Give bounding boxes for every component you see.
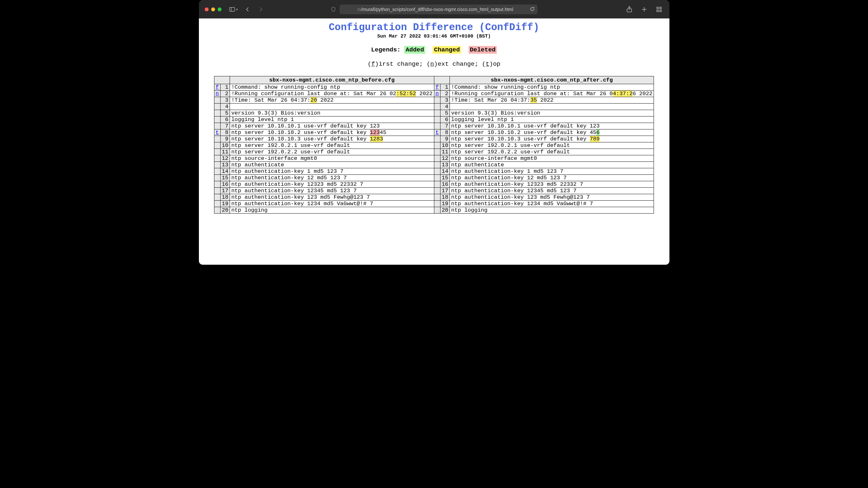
left-nav-link-cell	[214, 188, 220, 194]
right-nav-link-cell[interactable]: t	[434, 130, 440, 136]
right-nav-link-cell	[434, 116, 440, 123]
nav-top-key[interactable]: t	[486, 60, 489, 68]
right-line-content: logging level ntp 1	[450, 116, 654, 123]
sidebar-toggle-button[interactable]	[229, 5, 238, 14]
tab-overview-button[interactable]	[655, 5, 663, 14]
left-nav-link-cell	[214, 181, 220, 188]
svg-rect-6	[657, 7, 658, 9]
left-line-number: 12	[220, 155, 229, 162]
right-line-content: !Command: show running-config ntp	[450, 84, 654, 91]
legends-label: Legends:	[371, 46, 405, 53]
close-window-button[interactable]	[205, 7, 209, 11]
svg-rect-0	[229, 7, 235, 11]
minimize-window-button[interactable]	[211, 7, 215, 11]
left-line-content	[230, 104, 434, 110]
back-button[interactable]	[243, 5, 252, 14]
right-line-content: ntp authenticate	[450, 162, 654, 168]
window-controls	[205, 7, 225, 11]
left-line-content: ntp source-interface mgmt0	[230, 155, 434, 162]
right-nav-link-cell	[434, 123, 440, 130]
right-line-number: 7	[440, 123, 450, 130]
legend-added: Added	[404, 46, 425, 54]
table-row: 3!Time: Sat Mar 26 04:37:20 20223!Time: …	[214, 97, 654, 104]
svg-rect-7	[660, 7, 661, 9]
left-line-number: 17	[220, 188, 229, 194]
right-line-number: 4	[440, 104, 450, 110]
right-line-content: !Running configuration last done at: Sat…	[450, 91, 654, 97]
plus-icon	[641, 6, 647, 12]
url-faded-prefix: rs	[358, 7, 361, 12]
table-row: t8ntp server 10.10.10.2 use-vrf default …	[214, 130, 654, 136]
nav-next-key[interactable]: n	[430, 60, 434, 68]
right-line-number: 2	[440, 91, 450, 97]
right-line-content: ntp logging	[450, 207, 654, 213]
diff-nav-t-link[interactable]: t	[216, 130, 219, 136]
left-line-content: ntp authenticate	[230, 162, 434, 168]
table-row: f1!Command: show running-config ntpf1!Co…	[214, 84, 654, 91]
legend-changed: Changed	[433, 46, 461, 54]
diff-nav-t-link[interactable]: t	[436, 130, 439, 136]
right-nav-link-cell[interactable]: n	[434, 91, 440, 97]
right-line-number: 14	[440, 168, 450, 175]
left-line-number: 10	[220, 142, 229, 149]
left-line-content: ntp server 192.0.2.2 use-vrf default	[230, 149, 434, 155]
browser-toolbar: rs/murafi/python_scripts/conf_diff/sbx-n…	[199, 0, 670, 19]
table-row: 5version 9.3(3) Bios:version5version 9.3…	[214, 110, 654, 116]
address-bar[interactable]: rs/murafi/python_scripts/conf_diff/sbx-n…	[340, 4, 537, 14]
table-row: 11ntp server 192.0.2.2 use-vrf default11…	[214, 149, 654, 155]
diff-nav-f-link[interactable]: f	[436, 84, 439, 90]
diff-nav-n-link[interactable]: n	[436, 91, 439, 97]
diff-nav-n-link[interactable]: n	[216, 91, 219, 97]
left-line-number: 15	[220, 175, 229, 181]
table-row: 18ntp authentication-key 123 md5 Fewhg@1…	[214, 194, 654, 201]
new-tab-button[interactable]	[640, 5, 649, 14]
table-row: n2!Running configuration last done at: S…	[214, 91, 654, 97]
right-nav-link-cell	[434, 104, 440, 110]
right-nav-link-cell	[434, 168, 440, 175]
left-line-content: ntp server 10.10.10.1 use-vrf default ke…	[230, 123, 434, 130]
left-line-number: 20	[220, 207, 229, 213]
left-nav-link-cell[interactable]: f	[214, 84, 220, 91]
left-line-content: ntp authentication-key 123 md5 Fewhg@123…	[230, 194, 434, 201]
left-nav-link-cell	[214, 207, 220, 213]
right-line-number: 3	[440, 97, 450, 104]
svg-rect-8	[657, 10, 658, 12]
right-line-number: 13	[440, 162, 450, 168]
left-line-number: 4	[220, 104, 229, 110]
left-nav-link-cell[interactable]: t	[214, 130, 220, 136]
left-nav-link-cell	[214, 201, 220, 207]
left-line-content: !Running configuration last done at: Sat…	[230, 91, 434, 97]
forward-button[interactable]	[256, 5, 266, 14]
left-line-content: ntp server 10.10.10.2 use-vrf default ke…	[230, 130, 434, 136]
left-line-number: 9	[220, 136, 229, 142]
svg-rect-9	[660, 10, 661, 12]
right-line-number: 6	[440, 116, 450, 123]
privacy-shield-icon[interactable]	[331, 6, 336, 12]
left-nav-link-cell	[214, 104, 220, 110]
left-line-content: ntp authentication-key 12345 md5 123 7	[230, 188, 434, 194]
left-line-number: 16	[220, 181, 229, 188]
table-row: 44	[214, 104, 654, 110]
left-nav-link-cell	[214, 116, 220, 123]
chevron-down-icon	[236, 8, 238, 11]
right-line-content: ntp server 192.0.2.1 use-vrf default	[450, 142, 654, 149]
table-row: 10ntp server 192.0.2.1 use-vrf default10…	[214, 142, 654, 149]
left-line-content: !Time: Sat Mar 26 04:37:20 2022	[230, 97, 434, 104]
right-line-number: 10	[440, 142, 450, 149]
left-line-content: ntp server 192.0.2.1 use-vrf default	[230, 142, 434, 149]
share-button[interactable]	[625, 5, 634, 14]
nav-first-key[interactable]: f	[371, 60, 375, 68]
left-nav-link-cell	[214, 123, 220, 130]
diff-nav-f-link[interactable]: f	[216, 84, 219, 90]
right-nav-link-cell[interactable]: f	[434, 84, 440, 91]
table-row: 20ntp logging20ntp logging	[214, 207, 654, 213]
reload-icon[interactable]	[530, 6, 535, 12]
left-nav-link-cell	[214, 142, 220, 149]
fullscreen-window-button[interactable]	[218, 7, 221, 11]
right-line-content: ntp server 10.10.10.3 use-vrf default ke…	[450, 136, 654, 142]
table-row: 16ntp authentication-key 12323 md5 22332…	[214, 181, 654, 188]
left-line-number: 14	[220, 168, 229, 175]
right-line-number: 1	[440, 84, 450, 91]
left-nav-link-cell[interactable]: n	[214, 91, 220, 97]
diff-table: sbx-nxos-mgmt.cisco.com_ntp_before.cfg s…	[214, 76, 654, 213]
